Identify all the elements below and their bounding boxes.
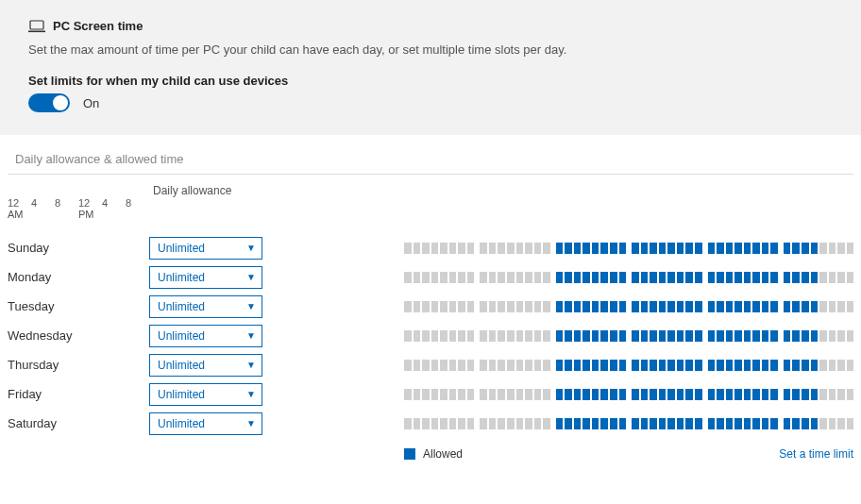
timeslot-blocked[interactable] [507,243,515,254]
daily-allowance-select[interactable]: Unlimited▼ [149,383,262,406]
timeslot-allowed[interactable] [641,272,649,283]
timeslot-blocked[interactable] [449,272,457,283]
timeslot-allowed[interactable] [641,389,649,400]
timeslot-blocked[interactable] [837,418,845,429]
timeslot-allowed[interactable] [811,243,819,254]
timeslot-blocked[interactable] [543,330,550,342]
timeslot-allowed[interactable] [695,272,702,283]
timeslot-allowed[interactable] [582,272,590,283]
timeslot-blocked[interactable] [847,389,854,400]
timeslot-allowed[interactable] [695,418,702,429]
timeslot-allowed[interactable] [582,360,590,371]
set-time-limit-link[interactable]: Set a time limit [779,447,853,461]
timeslot-blocked[interactable] [422,272,430,283]
timeslot-blocked[interactable] [431,360,439,371]
timeslot-allowed[interactable] [717,418,724,429]
timeslot-blocked[interactable] [431,272,439,283]
timeslot-allowed[interactable] [659,243,667,254]
timeslot-allowed[interactable] [784,360,791,371]
timeslot-allowed[interactable] [744,389,751,400]
timeslot-allowed[interactable] [574,272,582,283]
timeslot-blocked[interactable] [534,418,542,429]
timeslot-blocked[interactable] [458,243,465,254]
timeslot-allowed[interactable] [641,243,649,254]
timeslot-allowed[interactable] [582,301,590,312]
timeslot-blocked[interactable] [440,301,447,312]
timeslot-blocked[interactable] [480,272,487,283]
timeslot-allowed[interactable] [610,418,617,429]
day-timeline[interactable] [404,294,853,319]
timeslot-allowed[interactable] [582,330,590,342]
timeslot-allowed[interactable] [632,360,639,371]
timeslot-allowed[interactable] [650,330,657,342]
timeslot-blocked[interactable] [431,418,439,429]
timeslot-allowed[interactable] [574,330,582,342]
timeslot-blocked[interactable] [498,301,505,312]
timeslot-allowed[interactable] [565,330,572,342]
timeslot-blocked[interactable] [534,389,542,400]
timeslot-blocked[interactable] [414,360,421,371]
timeslot-blocked[interactable] [525,330,532,342]
timeslot-allowed[interactable] [708,301,716,312]
timeslot-blocked[interactable] [431,243,439,254]
timeslot-allowed[interactable] [685,272,693,283]
timeslot-blocked[interactable] [414,389,421,400]
timeslot-allowed[interactable] [802,330,809,342]
timeslot-blocked[interactable] [440,330,447,342]
timeslot-allowed[interactable] [726,272,734,283]
timeslot-blocked[interactable] [847,272,854,283]
timeslot-allowed[interactable] [592,272,599,283]
daily-allowance-select[interactable]: Unlimited▼ [149,412,262,435]
timeslot-allowed[interactable] [659,418,667,429]
timeslot-blocked[interactable] [467,360,475,371]
timeslot-allowed[interactable] [610,330,617,342]
timeslot-blocked[interactable] [480,360,487,371]
timeslot-blocked[interactable] [458,330,465,342]
timeslot-blocked[interactable] [404,418,412,429]
timeslot-allowed[interactable] [650,243,657,254]
timeslot-blocked[interactable] [422,243,430,254]
daily-allowance-select[interactable]: Unlimited▼ [149,266,262,289]
timeslot-blocked[interactable] [534,330,542,342]
timeslot-allowed[interactable] [592,301,599,312]
timeslot-blocked[interactable] [440,360,447,371]
timeslot-allowed[interactable] [762,360,769,371]
timeslot-allowed[interactable] [695,301,702,312]
timeslot-allowed[interactable] [592,360,599,371]
timeslot-allowed[interactable] [752,272,760,283]
timeslot-allowed[interactable] [556,360,564,371]
timeslot-blocked[interactable] [507,301,515,312]
timeslot-blocked[interactable] [449,330,457,342]
timeslot-blocked[interactable] [498,389,505,400]
timeslot-blocked[interactable] [847,330,854,342]
timeslot-blocked[interactable] [489,272,497,283]
timeslot-blocked[interactable] [829,389,836,400]
timeslot-blocked[interactable] [422,330,430,342]
timeslot-allowed[interactable] [619,360,627,371]
timeslot-blocked[interactable] [534,301,542,312]
timeslot-allowed[interactable] [600,360,608,371]
timeslot-allowed[interactable] [770,360,778,371]
timeslot-allowed[interactable] [802,389,809,400]
timeslot-allowed[interactable] [565,418,572,429]
timeslot-blocked[interactable] [422,389,430,400]
timeslot-allowed[interactable] [667,301,675,312]
timeslot-allowed[interactable] [811,272,819,283]
timeslot-allowed[interactable] [677,243,684,254]
timeslot-blocked[interactable] [480,418,487,429]
timeslot-blocked[interactable] [458,301,465,312]
timeslot-blocked[interactable] [543,272,550,283]
timeslot-blocked[interactable] [449,243,457,254]
timeslot-allowed[interactable] [734,330,742,342]
timeslot-allowed[interactable] [744,330,751,342]
timeslot-blocked[interactable] [829,418,836,429]
timeslot-blocked[interactable] [837,330,845,342]
timeslot-blocked[interactable] [829,301,836,312]
timeslot-blocked[interactable] [819,418,827,429]
timeslot-allowed[interactable] [811,301,819,312]
timeslot-blocked[interactable] [543,418,550,429]
timeslot-allowed[interactable] [726,301,734,312]
timeslot-allowed[interactable] [556,272,564,283]
timeslot-allowed[interactable] [650,301,657,312]
timeslot-allowed[interactable] [592,243,599,254]
